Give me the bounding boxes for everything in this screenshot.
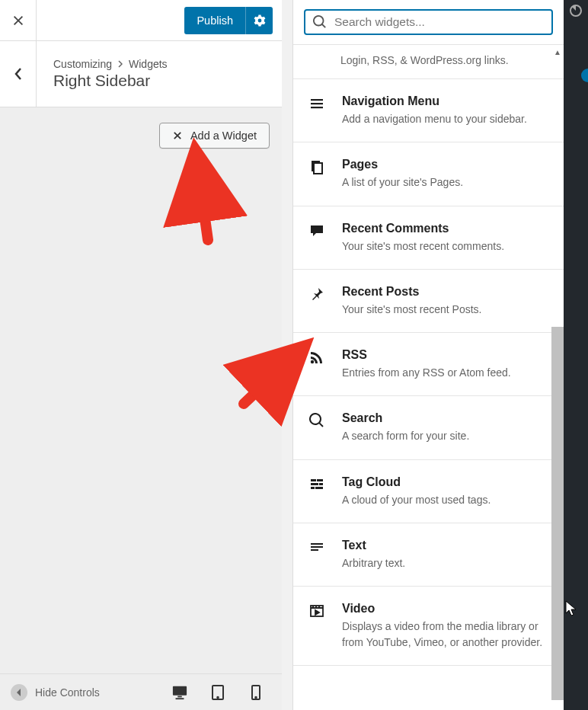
widget-desc: A list of your site's Pages. [342,174,547,190]
widget-item[interactable]: RSSEntries from any RSS or Atom feed. [293,333,564,396]
hide-controls-button[interactable]: Hide Controls [11,684,157,701]
svg-rect-9 [311,107,323,108]
widget-item[interactable]: Recent CommentsYour site's most recent c… [293,206,564,270]
tagcloud-icon [308,475,325,507]
desktop-icon [171,685,188,700]
widget-title: Tag Cloud [342,475,547,489]
customizer-panel: Publish Customizing Widgets Right Sideba… [0,0,282,710]
svg-rect-7 [311,99,323,101]
svg-rect-2 [176,698,184,699]
close-icon [172,130,183,141]
breadcrumb-row: Customizing Widgets Right Sidebar [0,41,282,107]
comment-icon [308,222,325,254]
widget-desc: Login, RSS, & WordPress.org links. [340,54,509,66]
svg-rect-14 [317,479,323,481]
device-desktop-button[interactable] [165,678,195,707]
dashboard-meter-icon [568,3,583,21]
page-title: Right Sidebar [53,72,168,90]
svg-rect-0 [173,686,187,695]
widget-item[interactable]: Navigation MenuAdd a navigation menu to … [293,79,564,142]
widget-desc: A search form for your site. [342,428,547,443]
publish-button[interactable]: Publish [184,7,245,34]
text-icon [308,539,325,571]
chevron-right-icon [118,60,123,68]
scrollbar-thumb[interactable] [551,327,564,700]
widget-title: Text [342,539,547,552]
menu-icon [308,94,325,126]
svg-rect-18 [315,487,323,489]
widget-picker-panel: ▲ Login, RSS, & WordPress.org links. Nav… [292,0,564,710]
publish-settings-button[interactable] [245,7,273,34]
widget-desc: A cloud of your most used tags. [342,492,547,507]
widget-desc: Arbitrary text. [342,555,547,571]
search-icon [313,15,327,29]
widget-title: Navigation Menu [342,94,547,108]
breadcrumb-prefix: Customizing [53,58,112,70]
widget-desc: Displays a video from the media library … [342,619,547,650]
widget-area-body: Add a Widget [0,107,282,673]
widget-item[interactable]: Tag CloudA cloud of your most used tags. [293,460,564,523]
svg-rect-15 [311,483,318,485]
breadcrumb: Customizing Widgets [53,58,168,70]
pin-icon [308,285,325,317]
widget-title: RSS [342,348,547,362]
back-button[interactable] [0,41,37,107]
widget-item[interactable]: Recent PostsYour site's most recent Post… [293,270,564,333]
widget-item[interactable]: SearchA search form for your site. [293,396,564,459]
widget-desc: Entries from any RSS or Atom feed. [342,365,547,380]
svg-point-6 [255,696,257,698]
widget-title: Recent Posts [342,285,547,299]
svg-rect-13 [311,479,316,481]
pages-icon [308,158,325,190]
edit-shortcut-icon [581,69,588,82]
device-mobile-button[interactable] [241,678,271,707]
tablet-icon [212,685,224,700]
svg-rect-21 [311,549,318,551]
gear-icon [254,14,266,27]
widget-title: Search [342,411,547,425]
hide-controls-label: Hide Controls [35,686,100,699]
chevron-left-icon [16,689,22,696]
add-widget-button[interactable]: Add a Widget [159,123,270,149]
add-widget-label: Add a Widget [190,130,257,142]
widget-item[interactable]: VideoDisplays a video from the media lib… [293,587,564,666]
svg-point-12 [311,360,314,363]
widget-search-wrap [293,0,564,45]
widget-item-meta-partial[interactable]: Login, RSS, & WordPress.org links. [293,45,564,79]
svg-rect-1 [177,696,181,697]
scrollbar-up-arrow[interactable]: ▲ [551,45,564,59]
video-icon [308,602,325,650]
widget-item[interactable]: PagesA list of your site's Pages. [293,142,564,206]
customizer-footer: Hide Controls [0,673,282,710]
widget-search-input[interactable] [334,15,544,29]
rss-icon [308,348,325,380]
search-icon [308,411,325,443]
svg-rect-19 [311,543,323,545]
device-tablet-button[interactable] [203,678,233,707]
site-preview-edge [564,0,588,710]
svg-rect-16 [319,483,323,485]
widget-title: Video [342,602,547,616]
widget-title: Recent Comments [342,222,547,235]
widget-title: Pages [342,158,547,171]
svg-rect-17 [311,487,315,489]
widget-desc: Your site's most recent comments. [342,238,547,254]
svg-rect-20 [311,546,323,548]
svg-point-4 [217,696,219,698]
svg-rect-8 [311,103,323,104]
widget-desc: Add a navigation menu to your sidebar. [342,111,547,126]
breadcrumb-section: Widgets [129,58,168,70]
customizer-header: Publish [0,0,282,41]
mobile-icon [251,685,260,700]
svg-rect-11 [314,163,322,174]
widget-list[interactable]: ▲ Login, RSS, & WordPress.org links. Nav… [293,45,564,710]
close-button[interactable] [0,0,37,41]
widget-item[interactable]: TextArbitrary text. [293,523,564,587]
widget-desc: Your site's most recent Posts. [342,302,547,317]
